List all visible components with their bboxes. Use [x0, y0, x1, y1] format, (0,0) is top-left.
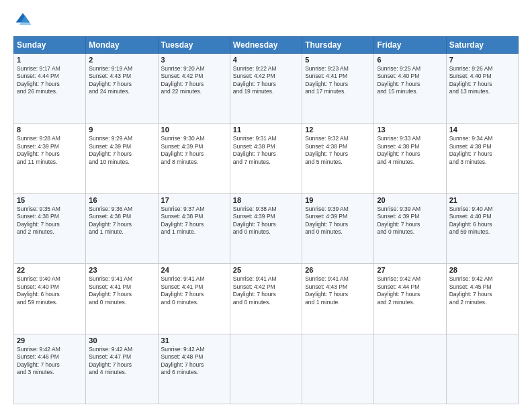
day-detail: Sunrise: 9:35 AM Sunset: 4:38 PM Dayligh…	[17, 205, 83, 236]
day-number: 21	[449, 196, 515, 204]
day-detail: Sunrise: 9:30 AM Sunset: 4:39 PM Dayligh…	[161, 135, 227, 166]
header	[13, 11, 519, 30]
day-detail: Sunrise: 9:39 AM Sunset: 4:39 PM Dayligh…	[377, 205, 443, 236]
calendar-cell: 28Sunrise: 9:42 AM Sunset: 4:45 PM Dayli…	[446, 264, 518, 334]
day-number: 23	[89, 266, 154, 274]
day-number: 24	[161, 266, 227, 274]
day-number: 25	[233, 266, 299, 274]
day-detail: Sunrise: 9:42 AM Sunset: 4:44 PM Dayligh…	[377, 275, 443, 306]
calendar-cell: 27Sunrise: 9:42 AM Sunset: 4:44 PM Dayli…	[374, 264, 446, 334]
day-detail: Sunrise: 9:25 AM Sunset: 4:40 PM Dayligh…	[377, 65, 443, 96]
day-detail: Sunrise: 9:39 AM Sunset: 4:39 PM Dayligh…	[305, 205, 371, 236]
calendar-cell: 4Sunrise: 9:22 AM Sunset: 4:42 PM Daylig…	[230, 54, 302, 124]
calendar-week-2: 8Sunrise: 9:28 AM Sunset: 4:39 PM Daylig…	[14, 124, 519, 193]
day-number: 31	[161, 336, 227, 345]
calendar-cell: 18Sunrise: 9:38 AM Sunset: 4:39 PM Dayli…	[230, 193, 302, 263]
day-number: 10	[161, 126, 227, 134]
calendar-cell	[374, 334, 446, 404]
calendar-cell: 3Sunrise: 9:20 AM Sunset: 4:42 PM Daylig…	[158, 54, 230, 124]
day-number: 27	[377, 266, 443, 274]
day-detail: Sunrise: 9:41 AM Sunset: 4:41 PM Dayligh…	[89, 275, 154, 306]
calendar-cell: 16Sunrise: 9:36 AM Sunset: 4:38 PM Dayli…	[86, 193, 158, 263]
day-number: 17	[161, 196, 227, 204]
day-detail: Sunrise: 9:29 AM Sunset: 4:39 PM Dayligh…	[89, 135, 154, 166]
calendar-cell	[302, 334, 374, 404]
day-detail: Sunrise: 9:42 AM Sunset: 4:45 PM Dayligh…	[449, 275, 515, 306]
day-detail: Sunrise: 9:40 AM Sunset: 4:40 PM Dayligh…	[449, 205, 515, 236]
calendar-cell: 23Sunrise: 9:41 AM Sunset: 4:41 PM Dayli…	[86, 264, 158, 334]
calendar-cell: 21Sunrise: 9:40 AM Sunset: 4:40 PM Dayli…	[446, 193, 518, 263]
day-detail: Sunrise: 9:42 AM Sunset: 4:46 PM Dayligh…	[17, 346, 83, 377]
calendar-cell: 24Sunrise: 9:41 AM Sunset: 4:41 PM Dayli…	[158, 264, 230, 334]
day-detail: Sunrise: 9:40 AM Sunset: 4:40 PM Dayligh…	[17, 275, 83, 306]
day-number: 1	[17, 56, 83, 64]
calendar-cell: 1Sunrise: 9:17 AM Sunset: 4:44 PM Daylig…	[14, 54, 86, 124]
header-cell-friday: Friday	[374, 37, 446, 54]
calendar-cell: 15Sunrise: 9:35 AM Sunset: 4:38 PM Dayli…	[14, 193, 86, 263]
calendar-cell: 9Sunrise: 9:29 AM Sunset: 4:39 PM Daylig…	[86, 124, 158, 193]
calendar-cell: 2Sunrise: 9:19 AM Sunset: 4:43 PM Daylig…	[86, 54, 158, 124]
day-detail: Sunrise: 9:28 AM Sunset: 4:39 PM Dayligh…	[17, 135, 83, 166]
calendar-cell: 17Sunrise: 9:37 AM Sunset: 4:38 PM Dayli…	[158, 193, 230, 263]
day-number: 6	[377, 56, 443, 64]
calendar-cell: 10Sunrise: 9:30 AM Sunset: 4:39 PM Dayli…	[158, 124, 230, 193]
calendar-cell: 30Sunrise: 9:42 AM Sunset: 4:47 PM Dayli…	[86, 334, 158, 404]
page: SundayMondayTuesdayWednesdayThursdayFrid…	[0, 0, 532, 411]
header-cell-wednesday: Wednesday	[230, 37, 302, 54]
day-detail: Sunrise: 9:42 AM Sunset: 4:48 PM Dayligh…	[161, 346, 227, 377]
day-number: 8	[17, 126, 83, 134]
day-number: 3	[161, 56, 227, 64]
day-number: 2	[89, 56, 154, 64]
calendar-cell: 14Sunrise: 9:34 AM Sunset: 4:38 PM Dayli…	[446, 124, 518, 193]
calendar-cell: 31Sunrise: 9:42 AM Sunset: 4:48 PM Dayli…	[158, 334, 230, 404]
day-detail: Sunrise: 9:34 AM Sunset: 4:38 PM Dayligh…	[449, 135, 515, 166]
day-number: 11	[233, 126, 299, 134]
calendar-cell: 25Sunrise: 9:41 AM Sunset: 4:42 PM Dayli…	[230, 264, 302, 334]
day-detail: Sunrise: 9:41 AM Sunset: 4:43 PM Dayligh…	[305, 275, 371, 306]
day-detail: Sunrise: 9:36 AM Sunset: 4:38 PM Dayligh…	[89, 205, 154, 236]
day-number: 26	[305, 266, 371, 274]
calendar-body: 1Sunrise: 9:17 AM Sunset: 4:44 PM Daylig…	[14, 54, 519, 404]
calendar-cell: 7Sunrise: 9:26 AM Sunset: 4:40 PM Daylig…	[446, 54, 518, 124]
calendar-cell: 11Sunrise: 9:31 AM Sunset: 4:38 PM Dayli…	[230, 124, 302, 193]
day-detail: Sunrise: 9:23 AM Sunset: 4:41 PM Dayligh…	[305, 65, 371, 96]
header-cell-sunday: Sunday	[14, 37, 86, 54]
header-cell-tuesday: Tuesday	[158, 37, 230, 54]
calendar-cell: 8Sunrise: 9:28 AM Sunset: 4:39 PM Daylig…	[14, 124, 86, 193]
day-number: 30	[89, 336, 154, 345]
day-detail: Sunrise: 9:31 AM Sunset: 4:38 PM Dayligh…	[233, 135, 299, 166]
day-detail: Sunrise: 9:41 AM Sunset: 4:41 PM Dayligh…	[161, 275, 227, 306]
calendar-week-3: 15Sunrise: 9:35 AM Sunset: 4:38 PM Dayli…	[14, 193, 519, 263]
day-detail: Sunrise: 9:41 AM Sunset: 4:42 PM Dayligh…	[233, 275, 299, 306]
day-number: 19	[305, 196, 371, 204]
calendar-header: SundayMondayTuesdayWednesdayThursdayFrid…	[14, 37, 519, 54]
day-detail: Sunrise: 9:42 AM Sunset: 4:47 PM Dayligh…	[89, 346, 154, 377]
day-detail: Sunrise: 9:26 AM Sunset: 4:40 PM Dayligh…	[449, 65, 515, 96]
day-detail: Sunrise: 9:32 AM Sunset: 4:38 PM Dayligh…	[305, 135, 371, 166]
header-cell-saturday: Saturday	[446, 37, 518, 54]
calendar-cell: 29Sunrise: 9:42 AM Sunset: 4:46 PM Dayli…	[14, 334, 86, 404]
day-detail: Sunrise: 9:37 AM Sunset: 4:38 PM Dayligh…	[161, 205, 227, 236]
day-number: 5	[305, 56, 371, 64]
day-detail: Sunrise: 9:19 AM Sunset: 4:43 PM Dayligh…	[89, 65, 154, 96]
calendar-cell: 6Sunrise: 9:25 AM Sunset: 4:40 PM Daylig…	[374, 54, 446, 124]
calendar-cell: 19Sunrise: 9:39 AM Sunset: 4:39 PM Dayli…	[302, 193, 374, 263]
day-detail: Sunrise: 9:38 AM Sunset: 4:39 PM Dayligh…	[233, 205, 299, 236]
day-number: 20	[377, 196, 443, 204]
logo	[13, 11, 35, 30]
calendar-table: SundayMondayTuesdayWednesdayThursdayFrid…	[13, 36, 519, 404]
day-number: 9	[89, 126, 154, 134]
day-number: 4	[233, 56, 299, 64]
day-detail: Sunrise: 9:33 AM Sunset: 4:38 PM Dayligh…	[377, 135, 443, 166]
header-row: SundayMondayTuesdayWednesdayThursdayFrid…	[14, 37, 519, 54]
day-number: 22	[17, 266, 83, 274]
logo-icon	[13, 11, 32, 30]
day-detail: Sunrise: 9:22 AM Sunset: 4:42 PM Dayligh…	[233, 65, 299, 96]
header-cell-monday: Monday	[86, 37, 158, 54]
day-detail: Sunrise: 9:17 AM Sunset: 4:44 PM Dayligh…	[17, 65, 83, 96]
day-number: 7	[449, 56, 515, 64]
calendar-cell	[446, 334, 518, 404]
day-number: 18	[233, 196, 299, 204]
day-number: 29	[17, 336, 83, 345]
day-number: 13	[377, 126, 443, 134]
